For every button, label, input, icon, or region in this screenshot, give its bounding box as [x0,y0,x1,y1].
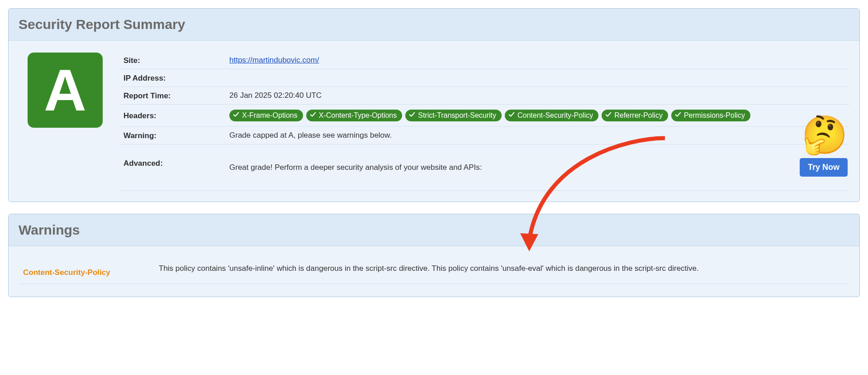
header-pill: Referrer-Policy [602,110,668,121]
grade-badge: A [28,53,103,128]
row-advanced: Advanced: Great grade! Perform a deeper … [121,144,849,191]
label-headers: Headers: [121,111,229,120]
warning-item-text: This policy contains 'unsafe-inline' whi… [159,263,849,274]
value-warning: Grade capped at A, please see warnings b… [229,131,849,140]
warning-row: Content-Security-Policy This policy cont… [19,255,849,284]
summary-title: Security Report Summary [19,17,849,32]
label-report-time: Report Time: [121,91,229,101]
grade-letter: A [44,61,86,120]
header-pill-label: Permissions-Policy [684,111,745,120]
warnings-header: Warnings [9,214,859,246]
row-ip: IP Address: [121,69,849,87]
header-pill-label: X-Frame-Options [242,111,298,120]
header-pill: Content-Security-Policy [505,110,598,121]
header-pill-label: X-Content-Type-Options [319,111,397,120]
row-report-time: Report Time: 26 Jan 2025 02:20:40 UTC [121,87,849,105]
check-icon [508,111,515,120]
try-now-button[interactable]: Try Now [800,158,848,177]
header-pill: X-Frame-Options [229,110,303,121]
label-site: Site: [121,55,229,65]
site-link[interactable]: https://martindubovic.com/ [229,56,319,65]
warning-item-name: Content-Security-Policy [19,263,159,277]
header-pill: Strict-Transport-Security [405,110,502,121]
value-report-time: 26 Jan 2025 02:20:40 UTC [229,91,849,100]
warnings-body: Content-Security-Policy This policy cont… [9,246,859,297]
check-icon [310,111,316,120]
header-pill: X-Content-Type-Options [306,110,403,121]
label-warning: Warning: [121,130,229,140]
warnings-panel: Warnings Content-Security-Policy This po… [8,214,860,297]
check-icon [605,111,612,120]
header-pill-label: Referrer-Policy [614,111,663,120]
header-pill-label: Content-Security-Policy [517,111,593,120]
header-pill: Permissions-Policy [671,110,750,121]
warnings-title: Warnings [19,222,849,238]
value-advanced: Great grade! Perform a deeper security a… [229,163,797,172]
header-pill-label: Strict-Transport-Security [418,111,496,120]
row-site: Site: https://martindubovic.com/ [121,52,849,69]
summary-table: Site: https://martindubovic.com/ IP Addr… [121,52,849,191]
summary-header: Security Report Summary [9,9,859,41]
headers-pills: X-Frame-OptionsX-Content-Type-OptionsStr… [229,110,750,121]
row-warning: Warning: Grade capped at A, please see w… [121,127,849,144]
label-advanced: Advanced: [121,158,229,168]
check-icon [675,111,681,120]
summary-body: A Site: https://martindubovic.com/ IP Ad… [9,41,859,202]
row-headers: Headers: X-Frame-OptionsX-Content-Type-O… [121,105,849,127]
check-icon [233,111,239,120]
label-ip: IP Address: [121,73,229,83]
check-icon [409,111,415,120]
summary-panel: Security Report Summary A Site: https://… [8,8,860,202]
